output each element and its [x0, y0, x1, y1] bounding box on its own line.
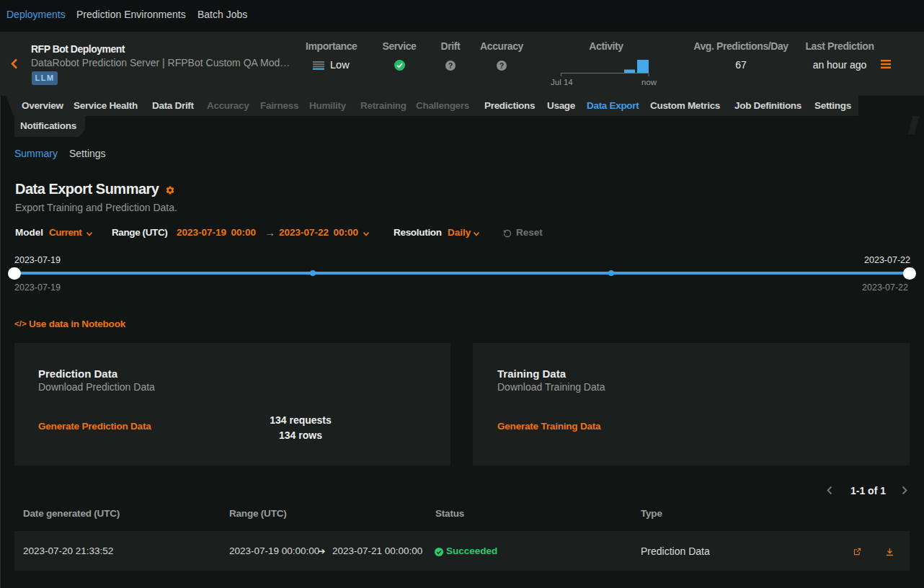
svg-text:?: ?	[499, 61, 504, 70]
svg-text:?: ?	[448, 61, 453, 70]
